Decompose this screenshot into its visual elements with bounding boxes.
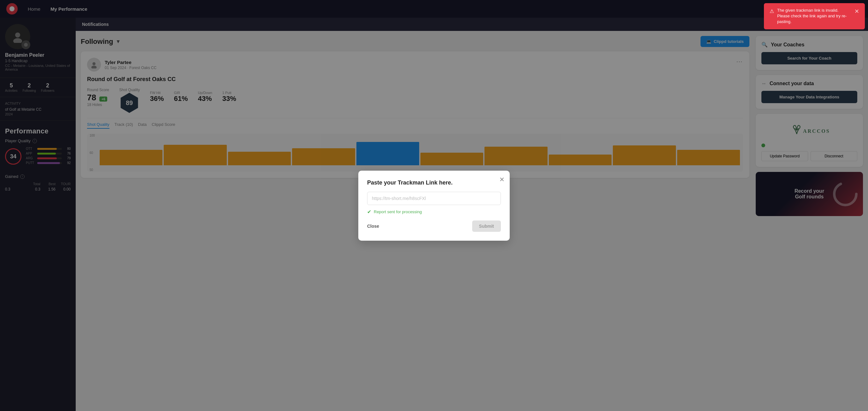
trackman-modal: Paste your Trackman Link here. ✕ ✔ Repor… [358, 171, 510, 241]
success-check-icon: ✔ [367, 209, 371, 215]
success-text: Report sent for processing [374, 210, 422, 214]
toast-notification: ⚠ The given trackman link is invalid. Pl… [764, 3, 865, 29]
modal-submit-button[interactable]: Submit [472, 220, 501, 232]
modal-close-x-button[interactable]: ✕ [499, 176, 505, 183]
modal-overlay[interactable]: Paste your Trackman Link here. ✕ ✔ Repor… [0, 0, 868, 411]
toast-warning-icon: ⚠ [770, 8, 774, 15]
modal-success-message: ✔ Report sent for processing [367, 209, 501, 215]
trackman-link-input[interactable] [367, 192, 501, 205]
modal-close-button[interactable]: Close [367, 224, 379, 229]
toast-message: The given trackman link is invalid. Plea… [777, 7, 851, 25]
toast-close-icon[interactable]: ✕ [855, 7, 859, 15]
modal-title: Paste your Trackman Link here. [367, 180, 501, 186]
modal-footer: Close Submit [367, 220, 501, 232]
